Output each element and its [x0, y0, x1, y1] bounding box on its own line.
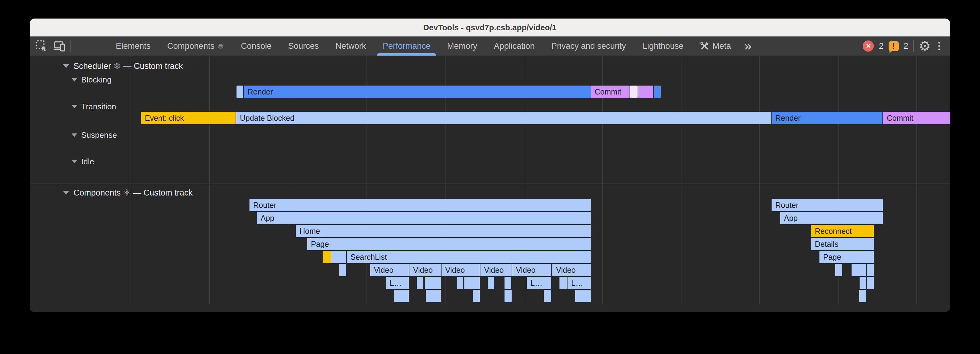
flame-bar[interactable]: [457, 277, 463, 289]
flame-bar[interactable]: [851, 264, 866, 276]
flame-bar-searchlist[interactable]: SearchList: [347, 251, 591, 263]
flame-bar-router[interactable]: Router: [772, 199, 883, 211]
gridline: [916, 56, 917, 304]
flame-bar-home[interactable]: Home: [296, 225, 591, 237]
gridline: [209, 56, 210, 304]
tab-console[interactable]: Console: [232, 37, 280, 56]
flame-bar[interactable]: [339, 264, 346, 276]
flame-bar[interactable]: [867, 277, 874, 289]
flame-bar-render[interactable]: Render: [244, 86, 591, 98]
gridline: [759, 56, 760, 304]
flame-bar[interactable]: [426, 290, 441, 302]
flame-bar-video[interactable]: Video: [552, 264, 591, 276]
flame-bar-video[interactable]: Video: [480, 264, 512, 276]
flame-bar[interactable]: [504, 277, 511, 289]
gridline: [130, 56, 131, 304]
flame-bar-app[interactable]: App: [780, 212, 883, 224]
collapse-triangle-icon[interactable]: [63, 191, 69, 195]
flame-bar-reconnect[interactable]: Reconnect: [811, 225, 874, 237]
device-toolbar-icon: [53, 40, 65, 52]
flame-bar-details[interactable]: Details: [811, 238, 874, 250]
tab-lighthouse[interactable]: Lighthouse: [634, 37, 692, 56]
flame-bar-page[interactable]: Page: [819, 251, 874, 263]
devtools-window: DevTools - qsvd7p.csb.app/video/1 Elemen…: [30, 19, 950, 312]
flame-bar-event-click[interactable]: Event: click: [141, 112, 235, 124]
flame-bar-page[interactable]: Page: [307, 238, 591, 250]
tab-network[interactable]: Network: [327, 37, 374, 56]
flame-bar[interactable]: [504, 290, 512, 302]
collapse-triangle-icon[interactable]: [72, 134, 77, 137]
flame-bar[interactable]: [859, 277, 866, 289]
flame-bar[interactable]: [560, 277, 567, 289]
inspect-element-button[interactable]: [35, 39, 48, 53]
collapse-triangle-icon[interactable]: [72, 78, 77, 81]
error-badge-icon[interactable]: ×: [863, 40, 874, 52]
flame-bar[interactable]: [638, 86, 653, 98]
flame-bar-commit[interactable]: Commit: [883, 112, 950, 124]
flame-bar-video[interactable]: Video: [370, 264, 409, 276]
components-track-header[interactable]: Components ⚛ — Custom track: [63, 188, 192, 198]
tab-meta[interactable]: Meta: [692, 37, 739, 56]
flame-bar[interactable]: [654, 86, 661, 98]
lane-idle[interactable]: Idle: [72, 157, 94, 166]
tab-performance[interactable]: Performance: [374, 37, 439, 56]
more-options-menu-icon[interactable]: [936, 42, 943, 50]
flame-bar-render[interactable]: Render: [772, 112, 883, 124]
inspect-cursor-icon: [35, 40, 48, 52]
tab-sources[interactable]: Sources: [280, 37, 327, 56]
title-bar: DevTools - qsvd7p.csb.app/video/1: [30, 19, 950, 37]
flame-bar-router[interactable]: Router: [250, 199, 591, 211]
tab-privacy-and-security[interactable]: Privacy and security: [543, 37, 635, 56]
toolbar-separator: [70, 40, 71, 52]
flame-bar-l-[interactable]: L…: [568, 277, 591, 289]
collapse-triangle-icon[interactable]: [72, 105, 77, 108]
scheduler-track-header[interactable]: Scheduler ⚛ — Custom track: [63, 61, 183, 71]
flame-bar-video[interactable]: Video: [512, 264, 551, 276]
flame-bar-video[interactable]: Video: [442, 264, 480, 276]
flame-bar[interactable]: [417, 277, 423, 289]
flame-bar[interactable]: [630, 86, 638, 98]
more-tabs-button[interactable]: »: [739, 37, 756, 56]
flame-bar-update-blocked[interactable]: Update Blocked: [236, 112, 771, 124]
track-divider: [30, 183, 950, 183]
tab-components[interactable]: Components ⚛: [159, 37, 233, 56]
flame-bar[interactable]: [867, 264, 874, 276]
toggle-device-toolbar-button[interactable]: [52, 39, 66, 53]
tab-memory[interactable]: Memory: [439, 37, 486, 56]
flame-bar[interactable]: [575, 290, 591, 302]
flame-bar-l-[interactable]: L…: [527, 277, 551, 289]
lane-suspense[interactable]: Suspense: [72, 130, 117, 140]
flame-bar[interactable]: [835, 264, 842, 276]
window-title: DevTools - qsvd7p.csb.app/video/1: [30, 19, 950, 37]
flame-bar[interactable]: [425, 277, 441, 289]
error-count[interactable]: 2: [879, 41, 883, 51]
flame-bar[interactable]: [465, 277, 480, 289]
collapse-triangle-icon[interactable]: [63, 64, 69, 68]
collapse-triangle-icon[interactable]: [72, 160, 77, 163]
panel-tabs: Elements Components ⚛ Console Sources Ne…: [107, 37, 756, 56]
flame-bar[interactable]: [544, 290, 551, 302]
flame-bar[interactable]: [394, 290, 409, 302]
warning-count[interactable]: 2: [904, 41, 908, 51]
lane-transition[interactable]: Transition: [72, 102, 116, 112]
flame-bar[interactable]: [473, 290, 480, 302]
settings-gear-icon[interactable]: ⚙: [919, 37, 931, 56]
gridline: [681, 56, 681, 304]
flame-bar[interactable]: [331, 251, 346, 263]
toolbar-separator: [913, 40, 914, 52]
tab-elements[interactable]: Elements: [107, 37, 159, 56]
flame-bar[interactable]: [323, 251, 331, 263]
flame-bar[interactable]: [237, 86, 243, 98]
flame-bar-app[interactable]: App: [257, 212, 591, 224]
devtools-tab-bar: Elements Components ⚛ Console Sources Ne…: [30, 37, 950, 56]
warning-badge-icon[interactable]: !: [889, 41, 899, 51]
flame-bar-video[interactable]: Video: [409, 264, 441, 276]
tools-icon: [700, 41, 709, 51]
flame-bar-commit[interactable]: Commit: [591, 86, 630, 98]
flame-bar[interactable]: [488, 277, 494, 289]
flame-bar-l-[interactable]: L…: [386, 277, 409, 289]
performance-timeline: Scheduler ⚛ — Custom track Blocking Tran…: [30, 56, 950, 312]
lane-blocking[interactable]: Blocking: [72, 75, 111, 85]
flame-bar[interactable]: [859, 290, 866, 302]
tab-application[interactable]: Application: [486, 37, 543, 56]
